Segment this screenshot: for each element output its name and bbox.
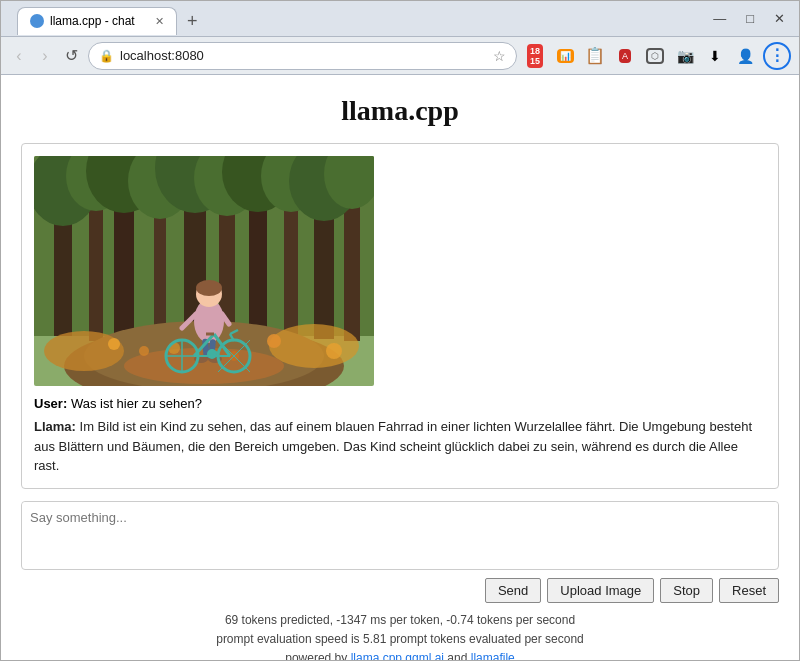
ext-icon-3[interactable]: 📋 [583, 44, 607, 68]
svg-point-29 [267, 334, 281, 348]
llama-label: Llama: [34, 419, 76, 434]
ext-red2-label: A [619, 49, 631, 63]
ext-icon-3-glyph: 📋 [585, 46, 605, 65]
user-message: User: Was ist hier zu sehen? [34, 396, 766, 411]
profile-icon[interactable]: 👤 [733, 44, 757, 68]
svg-point-35 [196, 280, 222, 296]
ext-outline-label: ⬡ [646, 48, 664, 64]
tab-bar: llama.cpp - chat ✕ + [9, 3, 703, 35]
chat-image [34, 156, 374, 386]
status-line-2: prompt evaluation speed is 5.81 prompt t… [21, 630, 779, 649]
input-area[interactable] [21, 501, 779, 570]
page-content: llama.cpp [1, 75, 799, 660]
ext-icon-5[interactable]: ⬡ [643, 44, 667, 68]
user-label: User: [34, 396, 67, 411]
llamafile-link[interactable]: llamafile [471, 651, 515, 660]
browser-menu-button[interactable]: ⋮ [763, 42, 791, 70]
ext-icon-1[interactable]: 1815 [523, 44, 547, 68]
stop-button[interactable]: Stop [660, 578, 713, 603]
ext-red-label: 1815 [527, 44, 543, 68]
window-controls: — □ ✕ [707, 9, 791, 28]
new-tab-button[interactable]: + [179, 7, 206, 35]
llama-message-text: Im Bild ist ein Kind zu sehen, das auf e… [34, 419, 752, 473]
status-line-1: 69 tokens predicted, -1347 ms per token,… [21, 611, 779, 630]
ext-icon-2[interactable]: 📊 [553, 44, 577, 68]
back-button[interactable]: ‹ [9, 45, 29, 67]
download-glyph: ⬇ [709, 48, 721, 64]
scene-svg [34, 156, 374, 386]
download-icon[interactable]: ⬇ [703, 44, 727, 68]
bookmark-icon[interactable]: ☆ [493, 48, 506, 64]
camera-glyph: 📷 [677, 48, 694, 64]
status-sep2: and [444, 651, 471, 660]
address-bar-row: ‹ › ↺ 🔒 localhost:8080 ☆ 1815 📊 📋 A ⬡ [1, 37, 799, 75]
svg-point-32 [326, 343, 342, 359]
active-tab[interactable]: llama.cpp - chat ✕ [17, 7, 177, 35]
lock-icon: 🔒 [99, 49, 114, 63]
browser-window: llama.cpp - chat ✕ + — □ ✕ ‹ › ↺ 🔒 local… [0, 0, 800, 661]
status-line-3: powered by llama.cpp ggml.ai and llamafi… [21, 649, 779, 660]
toolbar-icons: 1815 📊 📋 A ⬡ 📷 ⬇ 👤 ⋮ [523, 42, 791, 70]
reload-button[interactable]: ↺ [61, 44, 82, 67]
forward-button[interactable]: › [35, 45, 55, 67]
button-row: Send Upload Image Stop Reset [21, 578, 779, 603]
address-box[interactable]: 🔒 localhost:8080 ☆ [88, 42, 517, 70]
page-title: llama.cpp [21, 95, 779, 127]
camera-icon[interactable]: 📷 [673, 44, 697, 68]
ggml-link[interactable]: ggml.ai [405, 651, 444, 660]
chat-message-box: User: Was ist hier zu sehen? Llama: Im B… [21, 143, 779, 489]
tab-favicon [30, 14, 44, 28]
ext-icon-4[interactable]: A [613, 44, 637, 68]
llama-message: Llama: Im Bild ist ein Kind zu sehen, da… [34, 417, 766, 476]
status-area: 69 tokens predicted, -1347 ms per token,… [21, 611, 779, 661]
close-button[interactable]: ✕ [768, 9, 791, 28]
svg-point-27 [108, 338, 120, 350]
message-input[interactable] [22, 502, 778, 566]
send-button[interactable]: Send [485, 578, 541, 603]
svg-point-25 [269, 324, 359, 368]
svg-point-24 [44, 331, 124, 371]
title-bar: llama.cpp - chat ✕ + — □ ✕ [1, 1, 799, 37]
upload-image-button[interactable]: Upload Image [547, 578, 654, 603]
llama-cpp-link[interactable]: llama.cpp [351, 651, 402, 660]
url-display: localhost:8080 [120, 48, 204, 63]
reset-button[interactable]: Reset [719, 578, 779, 603]
tab-title: llama.cpp - chat [50, 14, 135, 28]
minimize-button[interactable]: — [707, 9, 732, 28]
svg-point-28 [139, 346, 149, 356]
maximize-button[interactable]: □ [740, 9, 760, 28]
status-prefix: powered by [285, 651, 350, 660]
tab-close-button[interactable]: ✕ [155, 15, 164, 28]
profile-glyph: 👤 [737, 48, 754, 64]
ext-orange-label: 📊 [557, 49, 574, 63]
user-message-text: Was ist hier zu sehen? [71, 396, 202, 411]
